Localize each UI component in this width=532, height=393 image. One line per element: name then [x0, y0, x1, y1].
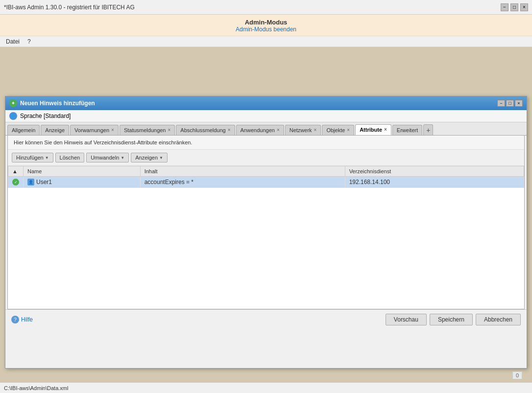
tab-attribute-label: Attribute — [360, 127, 382, 133]
vorschau-button[interactable]: Vorschau — [386, 314, 427, 325]
row-inhalt-value: accountExpires = * — [145, 179, 193, 185]
toolbar: Hinzufügen ▼ Löschen Umwandeln ▼ Anzeige… — [8, 150, 524, 166]
tab-objekte[interactable]: Objekte × — [322, 125, 354, 135]
tab-attribute-close[interactable]: × — [384, 127, 387, 132]
user-icon: 👤 — [27, 179, 34, 185]
tab-anzeige-label: Anzeige — [45, 127, 65, 133]
tab-statusmeldungen[interactable]: Statusmeldungen × — [120, 125, 175, 135]
row-name-value: User1 — [36, 179, 52, 185]
tab-objekte-close[interactable]: × — [347, 128, 350, 133]
col-verzeichnisdienst-label: Verzeichnisdienst — [349, 168, 391, 174]
hinzufuegen-dropdown-icon: ▼ — [45, 156, 49, 160]
toolbar-umwandeln-button[interactable]: Umwandeln ▼ — [86, 153, 129, 162]
col-name-header[interactable]: Name — [24, 166, 141, 177]
tab-anwendungen-label: Anwendungen — [241, 127, 275, 133]
tab-statusmeldungen-label: Statusmeldungen — [124, 127, 166, 133]
language-row: 🌐 Sprache [Standard] — [5, 110, 527, 122]
table-row[interactable]: ✓ 👤 User1 accoun — [8, 177, 524, 188]
admin-banner: Admin-Modus Admin-Modus beenden — [0, 15, 532, 36]
tab-anzeige[interactable]: Anzeige — [41, 125, 69, 135]
counter-badge: 0 — [512, 371, 522, 379]
dialog-title-bar: ✦ Neuen Hinweis hinzufügen − □ × — [5, 96, 527, 110]
tab-anwendungen[interactable]: Anwendungen × — [236, 125, 284, 135]
dialog-close-button[interactable]: × — [515, 100, 523, 107]
tab-add-button[interactable]: + — [423, 124, 433, 135]
help-icon: ? — [11, 316, 19, 324]
description-bar: Hier können Sie den Hinweis auf Verzeich… — [8, 136, 524, 150]
tab-abschlussmeldung-close[interactable]: × — [228, 128, 231, 133]
dialog-footer: ? Hilfe Vorschau Speichern Abbrechen — [5, 309, 527, 329]
language-label: Sprache [Standard] — [20, 113, 71, 119]
minimize-button[interactable]: − — [501, 3, 508, 11]
name-with-icon: 👤 User1 — [27, 179, 136, 185]
tab-abschlussmeldung-label: Abschlussmeldung — [180, 127, 225, 133]
tab-vorwarnungen-label: Vorwarnungen — [74, 127, 109, 133]
tab-anwendungen-close[interactable]: × — [277, 128, 280, 133]
row-verzeichnisdienst-value: 192.168.14.100 — [349, 179, 390, 185]
dialog-minimize-button[interactable]: − — [497, 100, 505, 107]
sort-icon: ▲ — [12, 168, 18, 174]
anzeigen-dropdown-icon: ▼ — [159, 156, 163, 160]
abbrechen-button[interactable]: Abbrechen — [476, 314, 521, 325]
toolbar-hinzufuegen-button[interactable]: Hinzufügen ▼ — [12, 153, 53, 162]
dialog-controls: − □ × — [497, 100, 523, 107]
close-button[interactable]: × — [520, 3, 528, 11]
row-name-cell: 👤 User1 — [24, 177, 141, 188]
menu-help[interactable]: ? — [24, 37, 35, 46]
toolbar-loeschen-button[interactable]: Löschen — [55, 153, 85, 162]
tab-attribute[interactable]: Attribute × — [355, 124, 391, 135]
dialog-title-icon: ✦ — [9, 99, 17, 107]
admin-mode-link[interactable]: Admin-Modus beenden — [236, 26, 296, 33]
tab-vorwarnungen[interactable]: Vorwarnungen × — [70, 125, 119, 135]
data-table: ▲ Name Inhalt Verzeichnisdienst — [8, 166, 524, 188]
tab-erweitert-label: Erweitert — [397, 127, 418, 133]
menu-bar: Datei ? — [0, 36, 532, 47]
row-status-cell: ✓ — [8, 177, 24, 188]
admin-mode-title: Admin-Modus — [0, 19, 532, 26]
counter-value: 0 — [516, 372, 519, 378]
title-bar-text: *IBI-aws Admin 1.30.0 - registriert für … — [4, 4, 135, 11]
description-text: Hier können Sie den Hinweis auf Verzeich… — [14, 139, 192, 145]
tab-abschlussmeldung[interactable]: Abschlussmeldung × — [176, 125, 235, 135]
dialog-title-content: ✦ Neuen Hinweis hinzufügen — [9, 99, 95, 107]
tabs-container: Allgemein Anzeige Vorwarnungen × Statusm… — [5, 122, 527, 136]
tab-vorwarnungen-close[interactable]: × — [111, 128, 114, 133]
status-bar: C:\IBI-aws\Admin\Data.xml — [0, 382, 532, 393]
tab-content-attribute: Hier können Sie den Hinweis auf Verzeich… — [7, 136, 525, 309]
footer-left: ? Hilfe — [11, 316, 33, 324]
toolbar-loeschen-label: Löschen — [60, 155, 80, 161]
row-verzeichnisdienst-cell: 192.168.14.100 — [345, 177, 524, 188]
row-icons: ✓ — [12, 179, 19, 185]
speichern-button[interactable]: Speichern — [430, 314, 473, 325]
row-inhalt-cell: accountExpires = * — [140, 177, 345, 188]
toolbar-anzeigen-button[interactable]: Anzeigen ▼ — [131, 153, 168, 162]
table-container: ▲ Name Inhalt Verzeichnisdienst — [8, 166, 524, 309]
help-label[interactable]: Hilfe — [21, 316, 33, 323]
tab-netzwerk[interactable]: Netzwerk × — [285, 125, 321, 135]
col-name-label: Name — [27, 168, 42, 174]
menu-datei[interactable]: Datei — [2, 37, 24, 46]
col-inhalt-header[interactable]: Inhalt — [140, 166, 345, 177]
tab-allgemein[interactable]: Allgemein — [7, 125, 40, 135]
col-inhalt-label: Inhalt — [145, 168, 158, 174]
status-path: C:\IBI-aws\Admin\Data.xml — [4, 385, 68, 391]
toolbar-hinzufuegen-label: Hinzufügen — [16, 155, 44, 161]
col-sort[interactable]: ▲ — [8, 166, 24, 177]
dialog-title-text: Neuen Hinweis hinzufügen — [20, 100, 95, 107]
tab-erweitert[interactable]: Erweitert — [392, 125, 422, 135]
toolbar-anzeigen-label: Anzeigen — [135, 155, 158, 161]
tab-objekte-label: Objekte — [326, 127, 345, 133]
table-header-row: ▲ Name Inhalt Verzeichnisdienst — [8, 166, 524, 177]
footer-right: Vorschau Speichern Abbrechen — [386, 314, 521, 325]
tab-netzwerk-close[interactable]: × — [314, 128, 317, 133]
dialog-maximize-button[interactable]: □ — [506, 100, 514, 107]
language-icon: 🌐 — [9, 112, 17, 120]
maximize-button[interactable]: □ — [510, 3, 518, 11]
umwandeln-dropdown-icon: ▼ — [121, 156, 124, 160]
table-body: ✓ 👤 User1 accoun — [8, 177, 524, 188]
tab-netzwerk-label: Netzwerk — [290, 127, 312, 133]
status-ok-icon: ✓ — [12, 179, 19, 185]
title-bar-controls: − □ × — [501, 3, 528, 11]
tab-statusmeldungen-close[interactable]: × — [168, 128, 171, 133]
col-verzeichnisdienst-header[interactable]: Verzeichnisdienst — [345, 166, 524, 177]
